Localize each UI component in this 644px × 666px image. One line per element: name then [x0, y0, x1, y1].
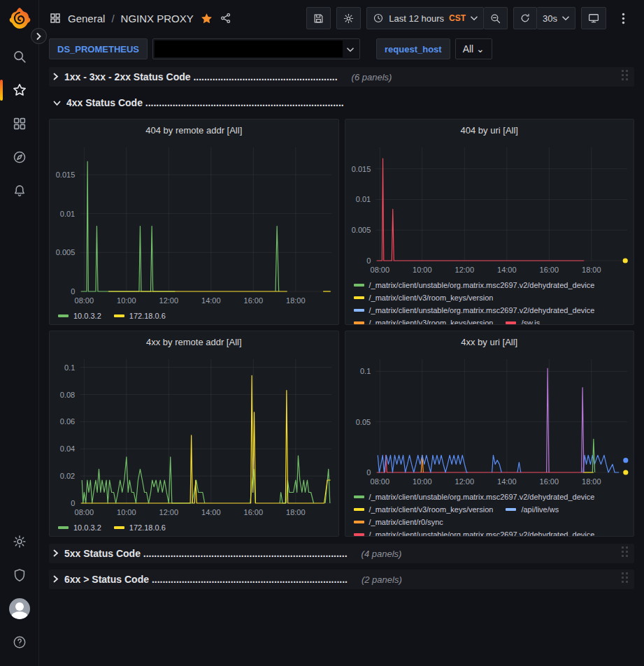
- sidebar-item-explore[interactable]: [6, 143, 34, 171]
- row-4xx[interactable]: 4xx Status Code ........................…: [49, 93, 634, 113]
- svg-text:14:00: 14:00: [497, 477, 517, 486]
- star-icon: [12, 82, 27, 98]
- sidebar-item-starred[interactable]: [6, 76, 34, 104]
- svg-text:0.015: 0.015: [351, 165, 371, 173]
- chevron-right-icon: [53, 547, 59, 560]
- sidebar-item-alerting[interactable]: [6, 177, 34, 205]
- panel-legend: /_matrix/client/unstable/org.matrix.msc2…: [345, 277, 634, 325]
- breadcrumb: General / NGINX PROXY: [49, 12, 232, 25]
- legend-swatch: [354, 521, 364, 523]
- svg-text:16:00: 16:00: [539, 266, 559, 274]
- row-6xx[interactable]: 6xx > Status Code ......................…: [49, 570, 634, 589]
- time-controls: Last 12 hours CST: [366, 7, 508, 29]
- cycle-view-mode-button[interactable]: [581, 7, 606, 29]
- zoom-out-time-button[interactable]: [484, 7, 508, 29]
- favorite-star-icon[interactable]: [200, 12, 213, 25]
- legend-item[interactable]: 172.18.0.6: [114, 310, 166, 322]
- timeseries-chart[interactable]: 00.0050.010.01508:0010:0012:0014:0016:00…: [345, 140, 634, 277]
- panel-title[interactable]: 404 by uri [All]: [345, 120, 634, 140]
- legend-swatch: [354, 495, 364, 498]
- sidebar-item-configuration[interactable]: [6, 528, 34, 556]
- legend-item[interactable]: /_matrix/client/unstable/org.matrix.msc2…: [354, 304, 595, 317]
- svg-text:14:00: 14:00: [201, 296, 221, 305]
- legend-swatch: [506, 508, 516, 511]
- chevron-down-icon: [562, 16, 569, 21]
- datasource-variable-select[interactable]: [152, 38, 360, 59]
- legend-label: /api/live/ws: [521, 505, 559, 514]
- row-5xx[interactable]: 5xx Status Code ........................…: [49, 544, 634, 563]
- sidebar-expand-button[interactable]: [31, 28, 47, 44]
- request-host-variable-select[interactable]: All ⌄: [455, 38, 492, 59]
- share-icon[interactable]: [220, 12, 232, 24]
- row-drag-handle[interactable]: [621, 69, 629, 85]
- legend-swatch: [58, 526, 69, 529]
- svg-text:08:00: 08:00: [75, 508, 94, 516]
- legend-item[interactable]: /_matrix/client/unstable/org.matrix.msc2…: [354, 491, 595, 503]
- timeseries-chart[interactable]: 00.020.040.060.080.108:0010:0012:0014:00…: [50, 352, 338, 520]
- legend-item[interactable]: 10.0.3.2: [58, 521, 101, 534]
- legend-item[interactable]: 172.18.0.6: [114, 521, 166, 534]
- legend-swatch: [354, 533, 364, 536]
- save-dashboard-button[interactable]: [306, 7, 331, 29]
- refresh-controls: 30s: [513, 7, 575, 29]
- refresh-icon: [520, 13, 531, 24]
- svg-text:14:00: 14:00: [497, 266, 517, 274]
- row-1xx-3xx-2xx[interactable]: 1xx - 3xx - 2xx Status Code ............…: [49, 67, 634, 87]
- legend-label: /_matrix/client/unstable/org.matrix.msc2…: [369, 306, 595, 314]
- svg-text:16:00: 16:00: [244, 508, 264, 516]
- svg-text:0: 0: [366, 468, 371, 477]
- svg-text:10:00: 10:00: [117, 296, 136, 305]
- panel-title[interactable]: 404 by remote addr [All]: [50, 120, 338, 140]
- grafana-logo-icon[interactable]: [8, 6, 31, 30]
- legend-item[interactable]: /_matrix/client/unstable/org.matrix.msc2…: [354, 528, 595, 537]
- legend-label: 172.18.0.6: [129, 312, 166, 320]
- breadcrumb-folder[interactable]: General: [68, 13, 105, 24]
- sidebar-item-help[interactable]: [6, 628, 34, 656]
- legend-item[interactable]: /sw.js: [506, 317, 540, 325]
- svg-text:0.005: 0.005: [351, 226, 371, 234]
- svg-text:08:00: 08:00: [370, 477, 389, 486]
- panel-legend: /_matrix/client/unstable/org.matrix.msc2…: [345, 489, 634, 537]
- sidebar-item-server-admin[interactable]: [6, 561, 34, 589]
- time-range-picker[interactable]: Last 12 hours CST: [366, 7, 484, 29]
- chevron-down-icon: [471, 16, 478, 21]
- legend-item[interactable]: /_matrix/client/r0/sync: [354, 516, 443, 528]
- legend-label: /_matrix/client/v3/room_keys/version: [369, 319, 494, 325]
- legend-item[interactable]: /_matrix/client/unstable/org.matrix.msc2…: [354, 279, 595, 291]
- row-title: 5xx Status Code ........................…: [64, 548, 348, 559]
- row-drag-handle[interactable]: [621, 572, 629, 587]
- refresh-interval-picker[interactable]: 30s: [537, 7, 575, 29]
- page-title[interactable]: NGINX PROXY: [121, 13, 194, 24]
- datasource-variable-label[interactable]: DS_PROMETHEUS: [49, 38, 148, 59]
- svg-text:12:00: 12:00: [455, 266, 474, 274]
- svg-text:0: 0: [366, 256, 371, 265]
- legend-item[interactable]: 10.0.3.2: [58, 310, 101, 322]
- request-host-variable-label[interactable]: request_host: [376, 38, 450, 59]
- legend-label: /_matrix/client/v3/room_keys/version: [369, 294, 494, 302]
- dashboard-settings-button[interactable]: [336, 7, 361, 29]
- legend-item[interactable]: /_matrix/client/v3/room_keys/version: [354, 291, 494, 304]
- svg-text:16:00: 16:00: [539, 477, 559, 486]
- legend-item[interactable]: /_matrix/client/v3/room_keys/version: [354, 317, 494, 325]
- legend-label: /_matrix/client/unstable/org.matrix.msc2…: [369, 530, 595, 537]
- sidebar-item-profile[interactable]: [6, 595, 34, 623]
- row-drag-handle[interactable]: [621, 546, 629, 561]
- more-options-button[interactable]: [612, 7, 634, 29]
- refresh-button[interactable]: [513, 7, 537, 29]
- magnifier-minus-icon: [489, 13, 501, 24]
- legend-swatch: [354, 508, 364, 511]
- sidebar-item-search[interactable]: [6, 43, 34, 71]
- legend-label: 10.0.3.2: [73, 312, 101, 320]
- sidebar-item-dashboards[interactable]: [6, 110, 34, 138]
- panel-title[interactable]: 4xx by remote addr [All]: [50, 331, 338, 352]
- panel-title[interactable]: 4xx by uri [All]: [345, 331, 634, 352]
- timeseries-chart[interactable]: 00.050.108:0010:0012:0014:0016:0018:00: [345, 352, 634, 489]
- apps-grid-icon: [49, 12, 62, 24]
- panel-grid: 404 by remote addr [All] 00.0050.010.015…: [49, 119, 634, 537]
- legend-label: /_matrix/client/r0/sync: [369, 518, 443, 526]
- panel-legend: 10.0.3.2172.18.0.6: [50, 308, 338, 322]
- timeseries-chart[interactable]: 00.0050.010.01508:0010:0012:0014:0016:00…: [50, 140, 338, 308]
- legend-item[interactable]: /_matrix/client/v3/room_keys/version: [354, 503, 494, 516]
- main-area: General / NGINX PROXY: [39, 0, 644, 666]
- legend-item[interactable]: /api/live/ws: [506, 503, 559, 516]
